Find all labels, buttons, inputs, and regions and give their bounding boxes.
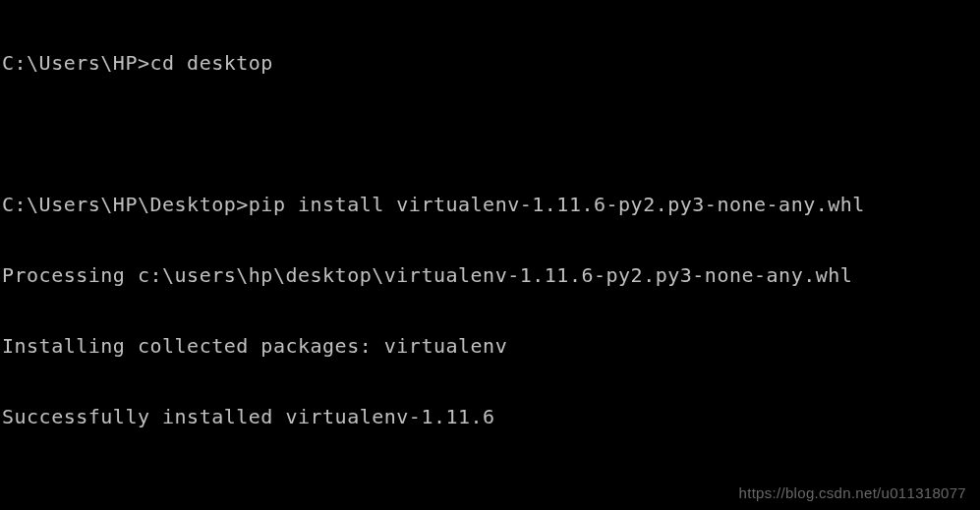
- terminal-line: Successfully installed virtualenv-1.11.6: [2, 405, 978, 428]
- prompt: C:\Users\HP\Desktop>: [2, 193, 249, 216]
- terminal-line: C:\Users\HP\Desktop>pip install virtuale…: [2, 193, 978, 216]
- output-text: Successfully installed virtualenv-1.11.6: [2, 405, 495, 428]
- terminal-output[interactable]: C:\Users\HP>cd desktop C:\Users\HP\Deskt…: [2, 4, 978, 510]
- prompt: C:\Users\HP>: [2, 51, 150, 75]
- terminal-line: Processing c:\users\hp\desktop\virtualen…: [2, 263, 978, 287]
- output-text: Installing collected packages: virtualen…: [2, 334, 507, 358]
- command: cd desktop: [150, 51, 273, 75]
- terminal-line: C:\Users\HP>cd desktop: [2, 51, 978, 75]
- output-text: Processing c:\users\hp\desktop\virtualen…: [2, 263, 852, 287]
- watermark-text: https://blog.csdn.net/u011318077: [739, 484, 966, 502]
- terminal-line: Installing collected packages: virtualen…: [2, 334, 978, 358]
- terminal-line: [2, 122, 978, 145]
- command: pip install virtualenv-1.11.6-py2.py3-no…: [249, 193, 865, 216]
